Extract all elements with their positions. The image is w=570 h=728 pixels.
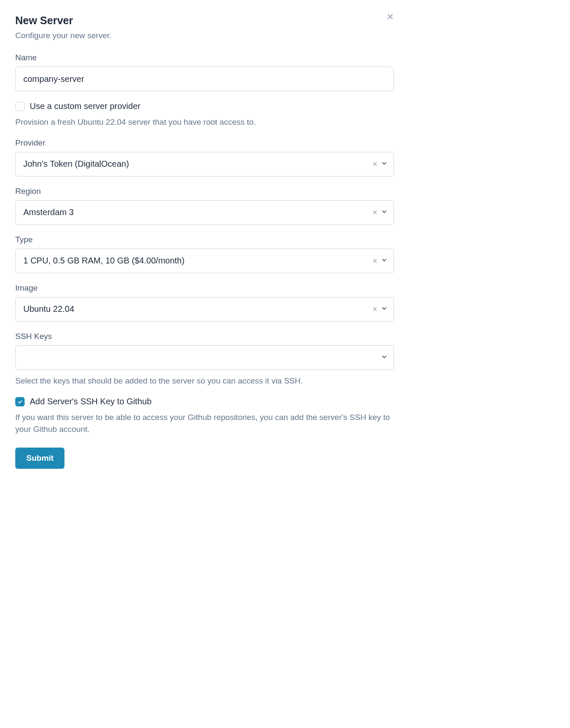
image-label: Image [15,283,394,293]
submit-button[interactable]: Submit [15,448,64,469]
type-value: 1 CPU, 0.5 GB RAM, 10 GB ($4.00/month) [23,256,184,266]
custom-provider-row: Use a custom server provider [15,101,394,111]
check-icon [17,399,23,405]
custom-provider-help: Provision a fresh Ubuntu 22.04 server th… [15,116,394,128]
provider-value: John's Token (DigitalOcean) [23,159,129,169]
ssh-keys-help: Select the keys that should be added to … [15,375,394,387]
name-input[interactable] [15,67,394,91]
modal-title: New Server [15,14,394,27]
image-group: Image Ubuntu 22.04 ✕ [15,283,394,322]
type-label: Type [15,235,394,244]
region-group: Region Amsterdam 3 ✕ [15,187,394,225]
ssh-keys-label: SSH Keys [15,332,394,341]
close-icon [386,12,395,21]
chevron-down-icon [380,160,388,169]
custom-provider-label: Use a custom server provider [30,101,140,111]
modal-subtitle: Configure your new server. [15,31,394,40]
chevron-down-icon [380,208,388,217]
image-clear-icon[interactable]: ✕ [372,305,379,314]
region-clear-icon[interactable]: ✕ [372,208,379,217]
close-button[interactable] [384,10,397,23]
new-server-modal: New Server Configure your new server. Na… [15,14,394,469]
ssh-keys-group: SSH Keys [15,332,394,370]
chevron-down-icon [380,256,388,266]
name-label: Name [15,53,394,62]
provider-clear-icon[interactable]: ✕ [372,160,379,169]
name-group: Name [15,53,394,91]
chevron-down-icon [380,353,388,362]
image-value: Ubuntu 22.04 [23,304,74,314]
github-ssh-label: Add Server's SSH Key to Github [30,397,151,406]
ssh-keys-select[interactable] [15,345,394,370]
type-clear-icon[interactable]: ✕ [372,256,379,266]
github-ssh-checkbox[interactable] [15,397,25,406]
region-value: Amsterdam 3 [23,207,74,217]
provider-group: Provider John's Token (DigitalOcean) ✕ [15,138,394,176]
provider-label: Provider [15,138,394,148]
chevron-down-icon [380,305,388,314]
github-ssh-help: If you want this server to be able to ac… [15,412,394,435]
region-label: Region [15,187,394,196]
custom-provider-checkbox[interactable] [15,102,25,111]
github-ssh-row: Add Server's SSH Key to Github [15,397,394,406]
region-select[interactable]: Amsterdam 3 [15,200,394,225]
provider-select[interactable]: John's Token (DigitalOcean) [15,152,394,176]
type-select[interactable]: 1 CPU, 0.5 GB RAM, 10 GB ($4.00/month) [15,249,394,273]
type-group: Type 1 CPU, 0.5 GB RAM, 10 GB ($4.00/mon… [15,235,394,273]
image-select[interactable]: Ubuntu 22.04 [15,297,394,322]
